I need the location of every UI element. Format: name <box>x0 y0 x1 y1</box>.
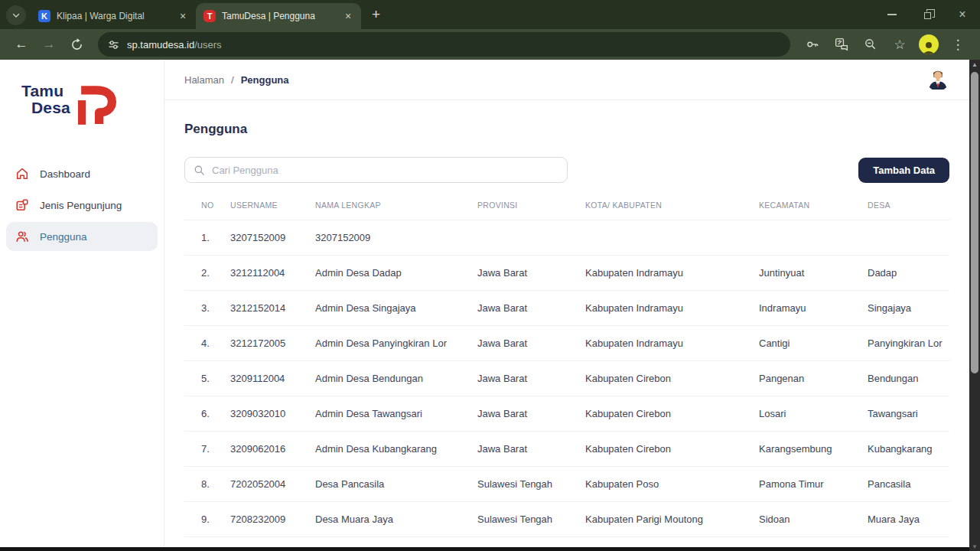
tamudesa-logo: Tamu Desa <box>21 77 158 126</box>
table-cell: Kabupaten Indramayu <box>585 326 759 361</box>
users-table: NO USERNAME NAMA LENGKAP PROVINSI KOTA/ … <box>184 192 949 551</box>
table-cell: Karangsembung <box>759 432 868 467</box>
table-row: 5.3209112004Admin Desa BendunganJawa Bar… <box>184 361 949 396</box>
url-bar[interactable]: sp.tamudesa.id/users <box>98 32 790 57</box>
scroll-down-arrow-icon[interactable]: ▼ <box>969 543 980 550</box>
search-box[interactable] <box>184 157 568 183</box>
vertical-scrollbar[interactable]: ▲ ▼ <box>969 60 980 551</box>
close-icon[interactable]: × <box>341 9 355 23</box>
table-cell: 7. <box>184 432 230 467</box>
table-cell: 8. <box>184 467 230 502</box>
app-header: Halaman / Pengguna <box>164 60 969 100</box>
window-controls: × <box>874 0 980 29</box>
horizontal-scrollbar[interactable] <box>0 547 969 551</box>
breadcrumb-root[interactable]: Halaman <box>184 74 224 86</box>
table-cell: Kabupaten Indramayu <box>585 256 759 291</box>
table-body: 1.320715200932071520092.3212112004Admin … <box>184 220 949 551</box>
chevron-down-icon <box>11 11 21 20</box>
table-cell: Desa Pancasila <box>315 467 477 502</box>
minimize-icon <box>887 14 897 15</box>
site-settings-icon[interactable] <box>108 39 119 51</box>
table-cell: Jawa Barat <box>477 396 585 432</box>
table-cell: 5. <box>184 361 230 396</box>
logo-td-icon <box>72 77 116 126</box>
window-close-button[interactable]: × <box>945 0 980 29</box>
new-tab-button[interactable]: + <box>372 6 380 23</box>
scroll-up-arrow-icon[interactable]: ▲ <box>969 61 980 68</box>
tab-search-button[interactable] <box>6 5 26 25</box>
sidebar: Tamu Desa Dashboard <box>0 60 164 551</box>
bookmark-button[interactable]: ☆ <box>890 34 910 54</box>
table-cell: Admin Desa Panyingkiran Lor <box>315 326 477 361</box>
table-cell: Pamona Timur <box>759 467 868 502</box>
column-header-provinsi: PROVINSI <box>477 192 585 220</box>
password-manager-button[interactable] <box>803 34 822 54</box>
restore-button[interactable] <box>910 0 945 29</box>
forward-button[interactable]: → <box>38 34 60 55</box>
browser-menu-button[interactable]: ⋮ <box>948 34 968 54</box>
column-header-username: USERNAME <box>230 192 315 220</box>
users-icon <box>15 230 29 243</box>
sidebar-item-pengguna[interactable]: Pengguna <box>6 222 158 251</box>
table-cell: Panyingkiran Lor <box>868 326 949 361</box>
restore-icon <box>924 12 931 19</box>
table-cell: Kabupaten Poso <box>585 467 759 502</box>
tab-title: TamuDesa | Pengguna <box>222 11 335 21</box>
table-cell: Kabupaten Cirebon <box>585 396 759 432</box>
table-cell: Kabupaten Cirebon <box>585 361 759 396</box>
table-cell: Desa Muara Jaya <box>315 502 477 537</box>
breadcrumb: Halaman / Pengguna <box>184 74 289 86</box>
profile-silhouette-icon <box>921 41 936 54</box>
sidebar-item-label: Pengguna <box>40 231 87 243</box>
table-cell: Admin Desa Dadap <box>315 256 477 291</box>
table-cell: Muara Jaya <box>868 502 949 537</box>
tab-tamudesa[interactable]: T TamuDesa | Pengguna × <box>196 3 361 29</box>
table-cell <box>868 220 949 256</box>
table-cell: 6. <box>184 396 230 432</box>
table-row: 9.7208232009Desa Muara JayaSulawesi Teng… <box>184 502 949 537</box>
close-icon[interactable]: × <box>176 9 190 23</box>
minimize-button[interactable] <box>874 0 910 29</box>
table-row: 7.3209062016Admin Desa KubangkarangJawa … <box>184 432 949 467</box>
table-cell: Kubangkarang <box>868 432 949 467</box>
zoom-button[interactable] <box>861 34 881 54</box>
translate-button[interactable] <box>832 34 851 54</box>
table-row: 4.3212172005Admin Desa Panyingkiran LorJ… <box>184 326 949 361</box>
table-cell: 7208232009 <box>230 502 315 537</box>
tab-klipaa[interactable]: K Klipaa | Warga Digital × <box>31 3 196 29</box>
back-button[interactable]: ← <box>11 34 32 55</box>
table-cell: 3209032010 <box>230 396 315 432</box>
column-header-desa: DESA <box>868 192 949 220</box>
table-row: 6.3209032010Admin Desa TawangsariJawa Ba… <box>184 396 949 432</box>
sidebar-item-label: Dashboard <box>40 168 90 180</box>
table-cell: 3. <box>184 291 230 326</box>
sidebar-item-jenis-pengunjung[interactable]: Jenis Pengunjung <box>6 191 158 220</box>
table-row: 2.3212112004Admin Desa DadapJawa BaratKa… <box>184 256 949 291</box>
category-icon <box>15 198 29 212</box>
vertical-scrollbar-thumb[interactable] <box>971 72 978 373</box>
table-cell: 1. <box>184 220 230 256</box>
reload-icon <box>70 38 83 51</box>
sidebar-nav: Dashboard Jenis Pengunjung Pengg <box>0 159 158 251</box>
tab-title: Klipaa | Warga Digital <box>57 11 170 21</box>
table-cell: Admin Desa Tawangsari <box>315 396 477 432</box>
search-input[interactable] <box>212 165 558 176</box>
add-data-button[interactable]: Tambah Data <box>858 158 949 183</box>
search-icon <box>194 165 205 176</box>
page-title: Pengguna <box>184 122 949 137</box>
table-cell: Jawa Barat <box>477 291 585 326</box>
table-cell: Indramayu <box>759 291 868 326</box>
browser-profile-avatar[interactable] <box>919 34 939 54</box>
page-main: Pengguna Tambah Data <box>164 100 969 551</box>
reload-button[interactable] <box>66 34 87 55</box>
column-header-kota-kabupaten: KOTA/ KABUPATEN <box>585 192 759 220</box>
table-cell: Sulawesi Tengah <box>477 502 585 537</box>
sidebar-item-dashboard[interactable]: Dashboard <box>6 159 158 188</box>
table-cell: 3212152014 <box>230 291 315 326</box>
table-cell: Cantigi <box>759 326 868 361</box>
table-cell: Bendungan <box>868 361 949 396</box>
home-icon <box>15 167 29 181</box>
user-avatar[interactable] <box>926 68 949 91</box>
table-cell: Tawangsari <box>868 396 949 432</box>
table-cell: Jawa Barat <box>477 361 585 396</box>
